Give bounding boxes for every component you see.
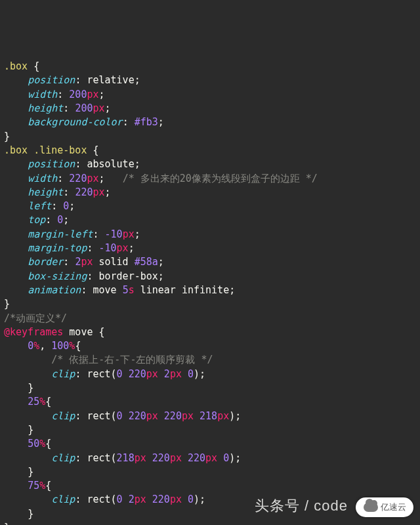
watermark-text: 头条号 / code: [255, 495, 348, 516]
logo-badge: 亿速云: [356, 497, 413, 517]
css-code-block: .box { position: relative; width: 200px;…: [0, 60, 420, 525]
logo-text: 亿速云: [381, 501, 406, 513]
cloud-icon: [364, 503, 378, 512]
